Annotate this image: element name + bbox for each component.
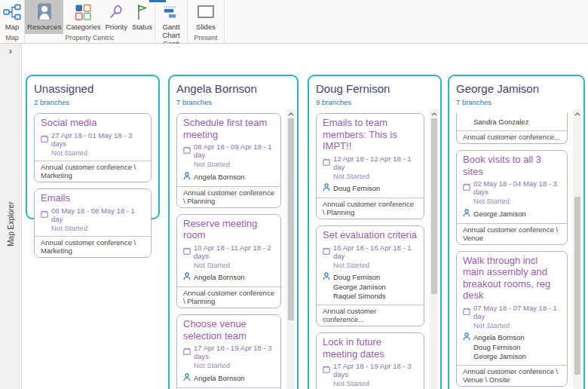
map-icon [2, 2, 22, 22]
task-date-text: 10 Apr 18 - 11 Apr 18 - 2 days [194, 244, 274, 260]
resources-button-label: Resources [27, 23, 61, 32]
column-scrollbar[interactable] [573, 109, 581, 389]
task-people-list: Doug FernisonGeorge JamisonRaquel Simond… [317, 269, 424, 301]
task-card[interactable]: Emails08 May 18 - 08 May 18 - 1 dayNot S… [34, 188, 152, 258]
categories-button[interactable]: Categories [63, 0, 103, 34]
task-date-row: 16 Apr 18 - 16 Apr 18 - 1 day [317, 243, 424, 260]
calendar-icon [183, 146, 191, 155]
person-row: George Jamison [463, 352, 561, 361]
person-row: George Jamison [463, 209, 561, 219]
task-card[interactable]: Emails to team members: This is IMPT!!12… [316, 113, 424, 219]
ribbon-group-label-property-centric: Property Centric [25, 34, 155, 43]
slides-button[interactable]: Slides [194, 0, 218, 34]
task-date-row: 02 May 18 - 04 May 18 - 3 days [457, 179, 567, 196]
column-scrollbar[interactable] [286, 109, 295, 389]
task-breadcrumb-path: Annual customer conference \ Planning [177, 286, 280, 308]
resources-button[interactable]: Resources [25, 0, 63, 34]
column-title: Angela Bornson [176, 82, 281, 96]
ribbon-group-map: Map Map [0, 0, 25, 43]
scroll-up-arrow-icon[interactable] [573, 109, 581, 118]
person-name: George Jamison [473, 210, 526, 219]
task-card[interactable]: Walk through incl main assembly and brea… [456, 251, 568, 387]
scrollbar-thumb[interactable] [574, 197, 580, 375]
categories-icon [74, 2, 92, 22]
status-button[interactable]: Status [130, 0, 155, 34]
task-date-row: 10 Apr 18 - 11 Apr 18 - 2 days [177, 243, 280, 260]
task-card[interactable]: Sandra GonzalezAnnual customer conferenc… [456, 113, 568, 144]
task-card-title: Set evaluation criteria [317, 226, 424, 243]
map-view-button[interactable]: Map [0, 0, 24, 34]
task-date-row: 07 May 18 - 07 May 18 - 1 day [457, 303, 567, 320]
person-row: Angela Bornson [463, 332, 561, 343]
person-name: Doug Fernison [473, 343, 520, 352]
task-card[interactable]: Reserve meeting room10 Apr 18 - 11 Apr 1… [176, 214, 281, 309]
task-breadcrumb-path: Annual customer conference \ Marketing [35, 161, 151, 182]
calendar-icon [41, 135, 48, 144]
task-date-text: 17 Apr 18 - 19 Apr 18 - 3 days [194, 344, 274, 360]
person-row: Doug Fernison [323, 272, 418, 283]
task-status-text: Not Started [317, 379, 424, 388]
task-card[interactable]: Choose venue selection team17 Apr 18 - 1… [176, 314, 281, 389]
calendar-icon [41, 210, 48, 219]
ribbon-group-present: Slides Present [188, 0, 225, 43]
task-card[interactable]: Set evaluation criteria16 Apr 18 - 16 Ap… [316, 225, 424, 326]
resource-column: Angela Bornson7 branchesSchedule first t… [168, 75, 299, 389]
task-card[interactable]: Book visits to all 3 sites02 May 18 - 04… [456, 150, 568, 245]
task-status-text: Not Started [457, 197, 567, 206]
ribbon-group-property-centric: Resources Categories [25, 0, 155, 43]
task-card-title: Lock in future meeting dates [317, 333, 424, 361]
task-date-text: 08 Apr 18 - 09 Apr 18 - 1 day [194, 142, 274, 159]
task-card[interactable]: Schedule first team meeting08 Apr 18 - 0… [176, 113, 281, 208]
task-card-title: Walk through incl main assembly and brea… [457, 252, 567, 303]
task-card[interactable]: Social media27 Apr 18 - 01 May 18 - 3 da… [34, 113, 152, 182]
map-explorer-tab[interactable]: Map Explorer [7, 201, 15, 246]
person-row: George Jamison [323, 283, 418, 292]
task-card-title: Emails [35, 189, 151, 206]
status-button-label: Status [132, 23, 152, 32]
active-tab-indicator [149, 0, 166, 2]
categories-button-label: Categories [66, 23, 100, 32]
resource-column: George Jamison7 branchesSandra GonzalezA… [448, 75, 585, 389]
person-icon [183, 172, 191, 182]
task-card-title: Reserve meeting room [177, 215, 280, 243]
ribbon: Map Map Resources [0, 0, 588, 44]
person-row: Raquel Simonds [323, 292, 418, 301]
person-icon [183, 373, 191, 384]
person-row: Angela Bornson [183, 172, 274, 182]
task-status-text: Not Started [317, 261, 424, 270]
task-breadcrumb-path: Annual customer conference \ Planning [317, 198, 424, 219]
calendar-icon [323, 366, 330, 375]
scroll-up-arrow-icon[interactable] [430, 109, 438, 118]
ribbon-group-gantt: Gantt Chart Gantt [155, 0, 188, 43]
task-status-text: Not Started [35, 224, 151, 233]
slides-button-label: Slides [196, 23, 216, 32]
task-card[interactable]: Lock in future meeting dates17 Apr 18 - … [316, 332, 424, 389]
slides-icon [196, 2, 216, 22]
priority-pin-icon [107, 2, 125, 22]
task-breadcrumb-path: Annual customer conference \ Marketing [35, 236, 151, 257]
task-breadcrumb-path: Annual customer conference \ Planning [177, 186, 280, 207]
task-status-text: Not Started [177, 261, 280, 270]
person-row: Angela Bornson [183, 272, 274, 283]
calendar-icon [323, 247, 330, 256]
scroll-up-arrow-icon[interactable] [286, 109, 295, 118]
gantt-chart-button[interactable]: Gantt Chart [157, 0, 185, 40]
task-status-text: Not Started [457, 321, 567, 330]
expand-panel-chevron-right-icon[interactable]: › [0, 46, 21, 57]
task-breadcrumb-path: Annual customer conference... [317, 305, 424, 326]
column-branch-count: 2 branches [34, 98, 152, 106]
task-status-text: Not Started [177, 160, 280, 169]
scrollbar-thumb[interactable] [431, 118, 437, 294]
task-date-row: 12 Apr 18 - 12 Apr 18 - 1 day [317, 154, 424, 171]
person-name: Sandra Gonzalez [473, 118, 528, 127]
person-icon [463, 209, 470, 219]
column-scrollbar[interactable] [430, 109, 438, 389]
priority-button[interactable]: Priority [103, 0, 130, 34]
gantt-chart-icon [162, 2, 180, 22]
calendar-icon [183, 348, 191, 357]
task-breadcrumb-path: Annual customer conference \ Venue [457, 223, 567, 244]
task-date-text: 07 May 18 - 07 May 18 - 1 day [473, 304, 561, 320]
task-status-text: Not Started [177, 361, 280, 370]
scrollbar-thumb[interactable] [288, 118, 294, 320]
person-row: Angela Bornson [183, 373, 274, 384]
